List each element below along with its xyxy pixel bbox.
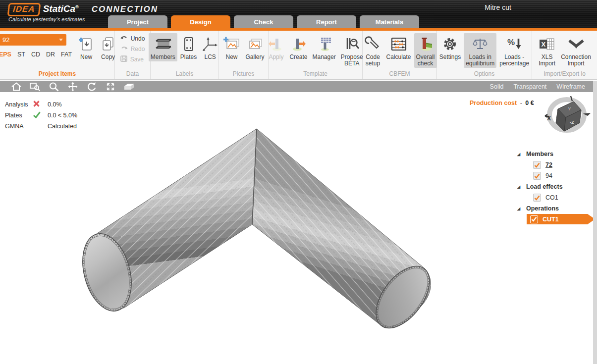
svg-text:X: X [542, 41, 546, 48]
create-template-button[interactable]: Create [287, 33, 309, 61]
pan-icon[interactable] [63, 81, 82, 92]
expander-icon[interactable]: ◢ [515, 207, 526, 211]
ribbon-group-import-export: X XLS Import Connection Import Import/Ex… [532, 31, 597, 79]
xls-icon: X [538, 34, 556, 54]
ribbon-group-options: Settings Loads in equilibrium % Loads - … [437, 31, 532, 79]
new-project-item-button[interactable]: New [76, 33, 97, 61]
tree-item-cut1-selected[interactable]: CUT1 [527, 214, 595, 224]
tree-section-operations[interactable]: ◢ Operations [515, 203, 596, 214]
group-label-pictures: Pictures [220, 70, 267, 79]
cross-icon [33, 100, 48, 109]
save-button[interactable]: Save [118, 55, 147, 64]
wrench-icon [364, 34, 381, 54]
propose-template-button[interactable]: Propose BETA [339, 33, 365, 68]
svg-text:%: % [507, 38, 515, 47]
group-label-cbfem: CBFEM [364, 70, 435, 79]
tree-section-load-effects[interactable]: ◢ Load effects [515, 181, 596, 192]
connection-import-icon [567, 34, 585, 54]
checkbox-member-72[interactable] [533, 161, 541, 169]
member-72-tube[interactable] [75, 129, 257, 316]
display-modes: Solid Transparent Wireframe [490, 83, 593, 90]
tree-item-member-94[interactable]: 94 [515, 170, 596, 181]
zoom-icon[interactable] [45, 81, 63, 92]
balance-scale-icon [471, 34, 489, 54]
tree-item-co1[interactable]: CO1 [515, 192, 596, 203]
main-tabs: Project Design Check Report Materials [108, 15, 419, 28]
code-setup-button[interactable]: Code setup [362, 33, 383, 68]
3d-viewport[interactable]: Analysis 0.0% Plates 0.0 < 5.0% GMNA Cal… [0, 92, 597, 364]
type-eps[interactable]: EPS [0, 51, 11, 58]
scene-tree: ◢ Members 72 94 ◢ Load effects CO1 ◢ Op [515, 149, 596, 224]
title-bar: IDEA StatiCa® CONNECTION Calculate yeste… [0, 0, 597, 28]
solid-box-icon[interactable] [120, 81, 139, 92]
tree-item-member-72[interactable]: 72 [515, 159, 596, 170]
group-label-labels: Labels [152, 70, 217, 79]
checkbox-cut1[interactable] [530, 215, 538, 223]
loads-percentage-button[interactable]: % Loads - percentage [497, 33, 531, 68]
plates-labels-button[interactable]: Plates [178, 33, 199, 61]
expander-icon[interactable]: ◢ [515, 185, 526, 189]
connection-import-button[interactable]: Connection Import [559, 33, 593, 68]
expander-icon[interactable]: ◢ [515, 152, 526, 156]
lcs-axes-icon [202, 34, 218, 54]
mode-solid[interactable]: Solid [490, 83, 504, 90]
gear-icon [441, 34, 458, 54]
tab-design[interactable]: Design [171, 15, 230, 28]
tagline: Calculate yesterday's estimates [8, 16, 85, 22]
apply-template-button[interactable]: Apply [266, 33, 286, 61]
mode-transparent[interactable]: Transparent [513, 83, 546, 90]
type-fat[interactable]: FAT [61, 51, 72, 58]
group-label-project-items: Project items [1, 70, 113, 79]
tree-section-members[interactable]: ◢ Members [515, 149, 596, 159]
project-item-dropdown[interactable]: 92 [0, 34, 66, 46]
production-cost: Production cost - 0 € [470, 100, 534, 106]
group-label-template: Template [270, 70, 361, 79]
gallery-button[interactable]: Gallery [243, 33, 266, 61]
lcs-labels-button[interactable]: LCS [200, 33, 220, 61]
overall-check-button[interactable]: Overall check [414, 33, 437, 68]
propose-search-icon [343, 34, 360, 54]
ribbon-group-template: Apply Create Manager [269, 31, 363, 79]
checkbox-co1[interactable] [533, 194, 541, 202]
zoom-fit-icon[interactable] [101, 81, 120, 92]
tab-check[interactable]: Check [234, 15, 293, 28]
tab-project[interactable]: Project [108, 15, 167, 28]
navigation-cube[interactable]: X Y -Z [543, 94, 591, 140]
new-picture-button[interactable]: New [220, 33, 242, 61]
group-label-options: Options [438, 70, 530, 79]
vertical-scrollbar[interactable] [593, 81, 597, 364]
check-icon [33, 111, 48, 120]
mitre-cut-model[interactable] [0, 92, 597, 364]
type-cd[interactable]: CD [31, 51, 40, 58]
logo-statica: StatiCa [43, 3, 75, 14]
settings-button[interactable]: Settings [437, 33, 463, 61]
xls-import-button[interactable]: X XLS Import [536, 33, 558, 68]
idea-logo-icon: IDEA [7, 3, 41, 16]
undo-button[interactable]: Undo [118, 34, 147, 43]
abacus-icon [390, 34, 408, 54]
checkbox-member-94[interactable] [533, 172, 541, 180]
redo-button[interactable]: Redo [118, 45, 147, 53]
project-item-dropdown-value: 92 [2, 36, 9, 44]
loads-in-equilibrium-button[interactable]: Loads in equilibrium [464, 33, 496, 68]
cube-top-label: Y [568, 106, 571, 111]
ribbon-group-data: Undo Redo Save Data [115, 31, 151, 79]
tab-report[interactable]: Report [297, 15, 356, 28]
product-name: CONNECTION [92, 4, 158, 14]
type-st[interactable]: ST [17, 51, 25, 58]
zoom-window-icon[interactable] [26, 81, 45, 92]
calculate-button[interactable]: Calculate [384, 33, 413, 61]
rotate-view-icon[interactable] [82, 81, 101, 92]
type-dr[interactable]: DR [46, 51, 55, 58]
chevron-down-icon [59, 39, 63, 41]
tab-materials[interactable]: Materials [360, 15, 419, 28]
home-view-icon[interactable] [7, 81, 26, 92]
members-labels-button[interactable]: Members [149, 33, 177, 61]
mode-wireframe[interactable]: Wireframe [556, 83, 585, 90]
group-label-import-export: Import/Export lo [534, 70, 596, 79]
plate-icon [181, 34, 196, 54]
member-94-tube[interactable] [252, 129, 440, 338]
template-manager-button[interactable]: Manager [310, 33, 337, 61]
new-picture-icon [222, 34, 240, 54]
redo-icon [120, 46, 128, 53]
